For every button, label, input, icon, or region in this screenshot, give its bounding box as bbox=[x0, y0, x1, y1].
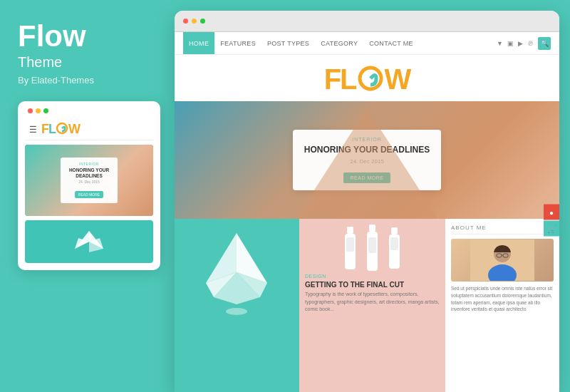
logo-l: L bbox=[48, 122, 56, 137]
about-me-label: ABOUT ME bbox=[451, 225, 554, 234]
mobile-card-category: INTERIOR bbox=[66, 162, 112, 166]
site-logo: FL W bbox=[324, 63, 410, 96]
mobile-hero-card: INTERIOR HONORING YOUR DEADLINES 24. Dec… bbox=[61, 158, 118, 204]
dot-green bbox=[43, 108, 48, 113]
about-text: Sed ut perspiciatis unde omnis iste natu… bbox=[451, 285, 554, 313]
floating-buttons: ● 🛒 bbox=[544, 205, 559, 237]
site-nav: HOME FEATURES POST TYPES CATEGORY CONTAC… bbox=[175, 32, 559, 55]
mobile-hero-image: INTERIOR HONORING YOUR DEADLINES 24. Dec… bbox=[25, 145, 153, 216]
bird-area bbox=[25, 220, 153, 263]
paper-bird-large-icon bbox=[175, 219, 299, 319]
logo-f: F bbox=[41, 122, 48, 137]
theme-author: By Elated-Themes bbox=[18, 75, 157, 86]
bottle-3-icon bbox=[385, 227, 403, 269]
browser-dot-green bbox=[200, 19, 205, 24]
bottle-1-icon bbox=[341, 227, 359, 269]
browser-mockup: HOME FEATURES POST TYPES CATEGORY CONTAC… bbox=[175, 11, 559, 392]
browser-dot-yellow bbox=[192, 19, 197, 24]
hero-decoration bbox=[296, 101, 438, 219]
nav-home[interactable]: HOME bbox=[183, 32, 214, 54]
dot-red bbox=[28, 108, 33, 113]
mobile-mockup: ☰ FLW INTERIOR HONORING YOUR DEADLINES 2… bbox=[18, 101, 160, 270]
grid-col-1 bbox=[175, 219, 299, 392]
theme-subtitle: Theme bbox=[18, 54, 157, 71]
svg-marker-6 bbox=[296, 108, 438, 219]
mobile-bottom-image bbox=[25, 220, 153, 263]
svg-rect-17 bbox=[369, 225, 375, 232]
browser-dot-red bbox=[183, 19, 188, 24]
grid-col-2: DESIGN GETTING TO THE FINAL CUT Typograp… bbox=[299, 219, 445, 392]
paper-bird-icon bbox=[68, 224, 110, 259]
svg-rect-14 bbox=[347, 227, 353, 234]
social-icon-1: ▼ bbox=[497, 40, 503, 47]
svg-point-13 bbox=[226, 308, 247, 315]
nav-category[interactable]: CATEGORY bbox=[315, 32, 363, 54]
site-hero: INTERIOR HONORING YOUR DEADLINES 24. Dec… bbox=[175, 101, 559, 219]
site-logo-f: FL bbox=[324, 63, 356, 96]
social-icon-2: ▣ bbox=[507, 40, 514, 47]
site-logo-o-icon bbox=[357, 65, 384, 92]
site-logo-w: W bbox=[385, 63, 410, 96]
theme-title: Flow bbox=[18, 21, 157, 51]
nav-right-icons: ▼ ▣ ▶ ℗ 🔍 bbox=[497, 37, 551, 50]
col2-category: DESIGN bbox=[305, 274, 440, 279]
col2-text: Typography is the work of typesetters, c… bbox=[305, 291, 440, 314]
mobile-browser-bar bbox=[25, 108, 153, 113]
left-panel: Flow Theme By Elated-Themes ☰ FLW INTERI… bbox=[0, 0, 175, 392]
mobile-read-more-button[interactable]: READ MORE bbox=[75, 191, 103, 198]
hamburger-icon: ☰ bbox=[29, 125, 37, 135]
bottle-2-icon bbox=[363, 225, 381, 271]
nav-features[interactable]: FEATURES bbox=[214, 32, 261, 54]
mobile-logo: FLW bbox=[41, 122, 80, 137]
dot-yellow bbox=[36, 108, 41, 113]
site-grid: DESIGN GETTING TO THE FINAL CUT Typograp… bbox=[175, 219, 559, 392]
browser-content: HOME FEATURES POST TYPES CATEGORY CONTAC… bbox=[175, 32, 559, 392]
about-photo bbox=[451, 239, 554, 282]
logo-w: W bbox=[68, 122, 80, 137]
nav-post-types[interactable]: POST TYPES bbox=[261, 32, 315, 54]
mobile-card-title: HONORING YOUR DEADLINES bbox=[66, 167, 112, 179]
svg-rect-16 bbox=[346, 237, 354, 252]
search-icon[interactable]: 🔍 bbox=[538, 37, 551, 50]
float-btn-teal[interactable]: 🛒 bbox=[544, 221, 559, 237]
nav-contact[interactable]: CONTACT ME bbox=[363, 32, 419, 54]
svg-rect-22 bbox=[390, 237, 398, 250]
person-photo bbox=[470, 239, 534, 281]
site-logo-area: FL W bbox=[175, 55, 559, 101]
logo-o-icon bbox=[56, 122, 68, 135]
social-icon-4: ℗ bbox=[527, 40, 534, 47]
mobile-nav: ☰ FLW bbox=[25, 119, 153, 140]
col2-title: GETTING TO THE FINAL CUT bbox=[305, 281, 440, 289]
browser-top-bar bbox=[175, 11, 559, 32]
float-btn-red[interactable]: ● bbox=[544, 205, 559, 220]
mobile-card-date: 24. Dec 2015 bbox=[66, 180, 112, 184]
svg-rect-19 bbox=[368, 237, 376, 253]
social-icon-3: ▶ bbox=[518, 40, 523, 47]
svg-rect-20 bbox=[391, 227, 398, 234]
svg-marker-4 bbox=[89, 231, 103, 252]
grid-col-3: ABOUT ME Sed ut perspi bbox=[445, 219, 559, 392]
